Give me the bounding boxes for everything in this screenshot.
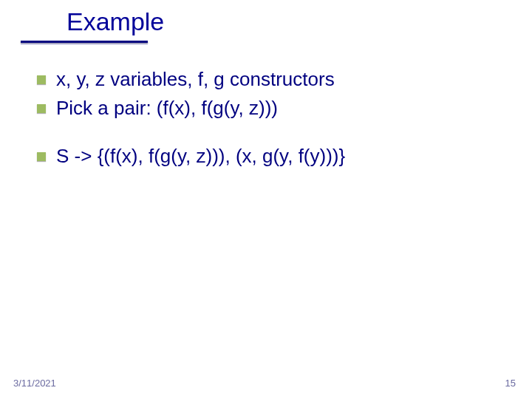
bullet-text: Pick a pair: (f(x), f(g(y, z))): [56, 95, 278, 121]
bullet-item: x, y, z variables, f, g constructors: [37, 66, 502, 92]
spacer: [37, 124, 502, 143]
slide-title: Example: [66, 7, 532, 36]
footer-page-number: 15: [505, 378, 516, 389]
bullet-item: S -> {(f(x), f(g(y, z))), (x, g(y, f(y))…: [37, 143, 502, 169]
footer-date: 3/11/2021: [13, 378, 56, 389]
bullet-text: S -> {(f(x), f(g(y, z))), (x, g(y, f(y))…: [56, 143, 345, 169]
title-underline: [21, 41, 148, 43]
square-bullet-icon: [37, 75, 46, 84]
content-area: x, y, z variables, f, g constructors Pic…: [37, 66, 502, 172]
bullet-item: Pick a pair: (f(x), f(g(y, z))): [37, 95, 502, 121]
title-underline-shadow: [21, 44, 148, 44]
square-bullet-icon: [37, 104, 46, 113]
bullet-text: x, y, z variables, f, g constructors: [56, 66, 335, 92]
slide: Example x, y, z variables, f, g construc…: [0, 0, 532, 399]
title-area: Example: [0, 7, 532, 44]
square-bullet-icon: [37, 152, 46, 161]
